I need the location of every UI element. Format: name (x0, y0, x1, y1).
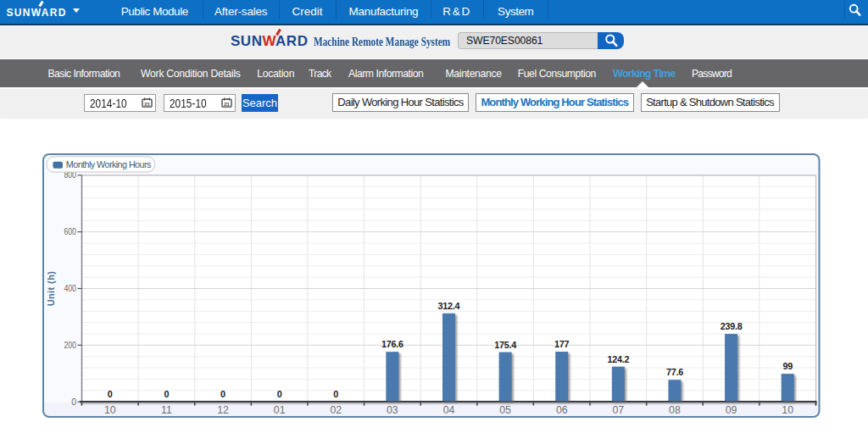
svg-text:03: 03 (387, 404, 398, 416)
svg-text:02: 02 (330, 404, 342, 416)
svg-text:06: 06 (556, 404, 568, 416)
svg-text:09: 09 (726, 404, 737, 416)
svg-text:0: 0 (71, 397, 76, 407)
svg-text:07: 07 (613, 404, 625, 416)
svg-text:Unit (h): Unit (h) (46, 271, 56, 307)
svg-text:77.6: 77.6 (666, 367, 683, 377)
svg-text:05: 05 (499, 404, 511, 416)
svg-text:200: 200 (64, 340, 76, 350)
svg-text:21: 21 (224, 102, 230, 107)
svg-text:0: 0 (108, 389, 113, 399)
svg-text:400: 400 (64, 283, 76, 293)
svg-text:124.2: 124.2 (607, 354, 629, 364)
svg-text:21: 21 (144, 102, 150, 107)
svg-text:175.4: 175.4 (494, 340, 516, 350)
svg-text:176.6: 176.6 (381, 339, 403, 349)
svg-text:08: 08 (669, 404, 681, 416)
svg-text:239.8: 239.8 (721, 321, 743, 331)
svg-text:10: 10 (104, 404, 116, 416)
svg-text:0: 0 (164, 389, 169, 399)
svg-text:0: 0 (220, 389, 225, 399)
svg-text:99: 99 (782, 361, 793, 371)
svg-text:312.4: 312.4 (438, 301, 460, 311)
svg-text:12: 12 (217, 404, 229, 416)
svg-text:0: 0 (333, 389, 338, 399)
svg-text:11: 11 (161, 404, 172, 416)
svg-text:600: 600 (64, 226, 76, 236)
svg-text:10: 10 (782, 404, 793, 416)
svg-text:Monthly Working Hours: Monthly Working Hours (66, 159, 152, 169)
svg-text:04: 04 (443, 404, 455, 416)
svg-text:01: 01 (274, 404, 286, 416)
svg-text:177: 177 (554, 339, 570, 349)
svg-text:0: 0 (277, 389, 282, 399)
